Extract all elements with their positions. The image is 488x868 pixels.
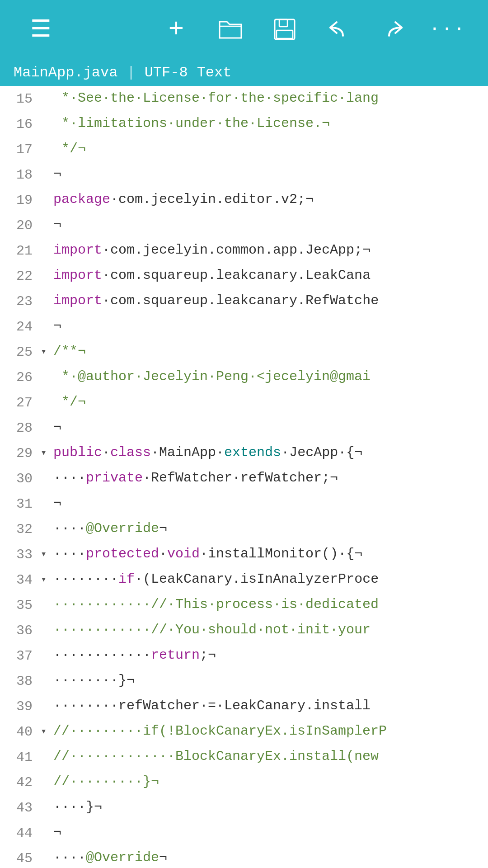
- table-row: 20 ¬: [0, 212, 488, 238]
- undo-button[interactable]: [312, 7, 366, 52]
- encoding-label: UTF-8: [145, 64, 188, 81]
- table-row: 35 ············//·This·process·is·dedica…: [0, 592, 488, 618]
- table-row: 26 *·@author·Jecelyin·Peng·<jecelyin@gma…: [0, 364, 488, 390]
- table-row: 43 ····}¬: [0, 795, 488, 820]
- redo-button[interactable]: [366, 7, 420, 52]
- table-row: 44 ¬: [0, 820, 488, 845]
- separator1: |: [127, 64, 135, 81]
- table-row: 18 ¬: [0, 162, 488, 187]
- table-row: 36 ············//·You·should·not·init·yo…: [0, 618, 488, 643]
- table-row: 42 //·········}¬: [0, 769, 488, 795]
- table-row: 28 ¬: [0, 415, 488, 440]
- table-row: 24 ¬: [0, 314, 488, 339]
- table-row: 31 ¬: [0, 491, 488, 516]
- table-row: 41 //·············BlockCanaryEx.install(…: [0, 744, 488, 769]
- table-row: 15 *·See·the·License·for·the·specific·la…: [0, 86, 488, 111]
- table-row: 30 ····private·RefWatcher·refWatcher;¬: [0, 466, 488, 491]
- table-row: 17 */¬: [0, 137, 488, 162]
- table-row: 34 ▾ ········if·(LeakCanary.isInAnalyzer…: [0, 567, 488, 592]
- menu-button[interactable]: ☰: [14, 7, 68, 52]
- table-row: 39 ········refWatcher·=·LeakCanary.insta…: [0, 693, 488, 719]
- table-row: 19 package·com.jecelyin.editor.v2;¬: [0, 187, 488, 212]
- table-row: 37 ············return;¬: [0, 643, 488, 668]
- svg-rect-1: [279, 19, 287, 27]
- save-button[interactable]: [258, 7, 312, 52]
- table-row: 23 import·com.squareup.leakcanary.RefWat…: [0, 288, 488, 314]
- table-row: 16 *·limitations·under·the·License.¬: [0, 111, 488, 137]
- table-row: 29 ▾ public·class·MainApp·extends·JecApp…: [0, 440, 488, 466]
- statusbar: MainApp.java | UTF-8 Text: [0, 59, 488, 86]
- table-row: 40 ▾ //·········if(!BlockCanaryEx.isInSa…: [0, 719, 488, 744]
- table-row: 22 import·com.squareup.leakcanary.LeakCa…: [0, 263, 488, 288]
- table-row: 25 ▾ /**¬: [0, 339, 488, 364]
- table-row: 38 ········}¬: [0, 668, 488, 693]
- table-row: 21 import·com.jecelyin.common.app.JecApp…: [0, 238, 488, 263]
- table-row: 27 */¬: [0, 390, 488, 415]
- more-button[interactable]: ···: [420, 7, 474, 52]
- toolbar: ☰ + ···: [0, 0, 488, 59]
- table-row: 45 ····@Override¬: [0, 845, 488, 868]
- table-row: 32 ····@Override¬: [0, 516, 488, 542]
- svg-rect-2: [277, 30, 293, 38]
- folder-button[interactable]: [203, 7, 258, 52]
- add-button[interactable]: +: [149, 7, 203, 52]
- table-row: 33 ▾ ····protected·void·installMonitor()…: [0, 542, 488, 567]
- filename-label: MainApp.java: [14, 64, 117, 81]
- svg-rect-0: [275, 19, 295, 39]
- mode-label: Text: [197, 64, 232, 81]
- code-editor[interactable]: 15 *·See·the·License·for·the·specific·la…: [0, 86, 488, 868]
